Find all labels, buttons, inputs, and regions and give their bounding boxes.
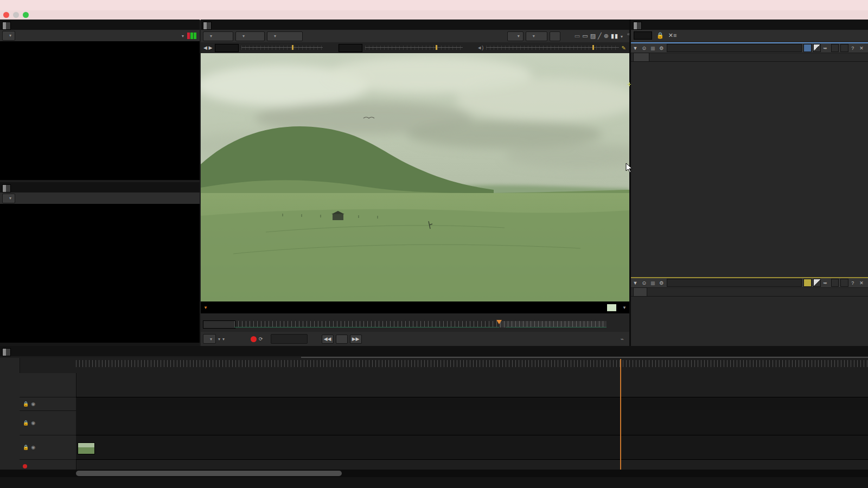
viewer-toolbar: ▾ ▾ ▾ ▾ ▾ ▭ ▭ ▨ ╱ ⊕ ▮▮ ▾: [201, 30, 629, 43]
waveform-viewer-select[interactable]: ▾: [2, 31, 15, 41]
waveform-mode-select[interactable]: ▾: [182, 33, 184, 38]
fps-select[interactable]: ▾: [203, 334, 216, 344]
center-node-icon[interactable]: ⊙: [640, 46, 648, 51]
panel-layout-icon[interactable]: [203, 22, 212, 30]
collapse-node-icon[interactable]: ▼: [631, 46, 640, 51]
track-header-anchor30v1[interactable]: 🔒 ◉: [20, 410, 76, 435]
proxy-level-select[interactable]: ◀ ▶: [203, 45, 212, 50]
volume-slider-icon[interactable]: ◄): [477, 45, 483, 50]
panel-splitter-handle[interactable]: «: [627, 31, 630, 37]
viewer-gain-slider[interactable]: [241, 44, 323, 51]
viewer-lut-select[interactable]: ▾: [267, 31, 303, 41]
lock-icon[interactable]: 🔒: [23, 445, 29, 450]
timewarp-tab[interactable]: [633, 287, 647, 297]
undo-icon[interactable]: [831, 279, 839, 287]
timeline-ruler[interactable]: [76, 360, 868, 367]
viewer-volume-slider[interactable]: [486, 44, 618, 51]
close-panel-icon[interactable]: ✕: [857, 46, 866, 51]
maximize-panel-icon[interactable]: [803, 279, 811, 287]
wipe-tool-icon[interactable]: ╱: [598, 33, 602, 40]
lock-icon[interactable]: 🔒: [23, 420, 29, 426]
float-panel-icon[interactable]: [813, 279, 821, 287]
loop-retime-icon[interactable]: ⟳: [259, 336, 263, 342]
export-knobs-icon[interactable]: ➥: [821, 46, 829, 51]
grade-node-name[interactable]: [667, 44, 802, 52]
record-button[interactable]: [251, 336, 257, 342]
clear-all-panels-icon[interactable]: ✕≡: [668, 32, 677, 39]
viewer-display-select[interactable]: ▾: [235, 31, 265, 41]
panel-layout-icon[interactable]: [2, 184, 11, 192]
panel-layout-icon[interactable]: [2, 348, 11, 356]
step-back-button[interactable]: ◀◀: [322, 335, 334, 344]
track-reference-lane[interactable]: [76, 435, 868, 460]
collapse-node-icon[interactable]: ▼: [631, 280, 640, 286]
record-indicator: [23, 464, 27, 468]
pause-updates-icon[interactable]: ▮▮: [611, 33, 618, 40]
visibility-icon[interactable]: ◉: [31, 445, 35, 450]
timeline-scrollbar[interactable]: [0, 470, 868, 477]
redo-icon[interactable]: [840, 44, 848, 52]
maximize-panel-icon[interactable]: [803, 44, 811, 52]
track-video3-lane[interactable]: [76, 397, 868, 411]
viewer-image[interactable]: [201, 53, 629, 301]
viewer-gamma-slider[interactable]: [365, 44, 463, 51]
float-panel-icon[interactable]: [813, 44, 821, 52]
visibility-icon[interactable]: ◉: [31, 401, 35, 407]
current-timecode[interactable]: [271, 334, 308, 344]
gamma-display-icon[interactable]: ▭: [582, 33, 588, 40]
status-expand-icon[interactable]: ▼: [203, 305, 208, 310]
step-forward-button[interactable]: ▶▶: [350, 335, 362, 344]
visibility-icon[interactable]: ◉: [31, 420, 35, 426]
max-panels-input[interactable]: [634, 31, 652, 40]
checker-background-icon[interactable]: ▨: [590, 33, 596, 40]
undo-icon[interactable]: [831, 44, 839, 52]
help-icon[interactable]: ?: [848, 280, 857, 286]
viewer-zoom-select[interactable]: ▾: [621, 33, 623, 39]
viewer-b-input-select[interactable]: [550, 31, 560, 41]
wrench-icon[interactable]: ⚙: [657, 280, 666, 286]
viewer-ab-mix-select[interactable]: ▾: [526, 31, 547, 41]
viewer-a-input-select[interactable]: ▾: [507, 31, 524, 41]
viewer-gain-input[interactable]: [215, 44, 239, 52]
node-color-icon[interactable]: ▩: [648, 46, 657, 51]
vectorscope-viewer-select[interactable]: ▾: [2, 194, 15, 203]
timeline-body: 🔒 ◉ 🔒 ◉ 🔒 ◉: [0, 358, 868, 488]
annotation-pen-icon[interactable]: ✎: [622, 45, 626, 51]
help-icon[interactable]: ?: [848, 46, 857, 51]
minimize-window-button[interactable]: [13, 12, 19, 18]
grade-tab[interactable]: [633, 53, 649, 62]
sync-mode-select[interactable]: ▾: [222, 336, 225, 342]
zoom-window-button[interactable]: [23, 12, 29, 18]
status-dropdown-icon[interactable]: ▼: [622, 305, 627, 310]
reference-clip-thumb[interactable]: [78, 442, 95, 454]
wrench-icon[interactable]: ⚙: [657, 46, 666, 51]
timeline-tools: [0, 358, 20, 470]
close-panel-icon[interactable]: ✕: [857, 280, 866, 286]
close-window-button[interactable]: [3, 12, 9, 18]
panel-layout-icon[interactable]: [633, 22, 642, 30]
viewer-ruler[interactable]: [234, 321, 607, 328]
roi-icon[interactable]: ⊕: [604, 33, 609, 40]
panel-layout-icon[interactable]: [2, 22, 11, 30]
timewarp-node-name[interactable]: [667, 279, 802, 287]
tc-mode-select[interactable]: ▾: [218, 336, 220, 342]
track-anchor30v1-lane[interactable]: [76, 410, 868, 435]
timeline-playhead[interactable]: [620, 359, 621, 470]
export-knobs-icon[interactable]: ➥: [821, 280, 829, 286]
center-node-icon[interactable]: ⊙: [640, 280, 648, 286]
scrollbar-thumb[interactable]: [76, 471, 342, 476]
apple-menu[interactable]: [0, 0, 11, 10]
frame-step-value[interactable]: [336, 335, 348, 344]
node-color-icon[interactable]: ▩: [648, 280, 657, 286]
viewer-playhead-marker[interactable]: [496, 320, 502, 324]
waveform-controls: ▾ ▾: [0, 30, 200, 42]
lock-panels-icon[interactable]: 🔒: [656, 32, 664, 39]
app-menu[interactable]: [11, 0, 22, 10]
lock-icon[interactable]: 🔒: [23, 401, 29, 407]
redo-icon[interactable]: [840, 279, 848, 287]
monitor-out-icon[interactable]: ▭: [575, 33, 580, 40]
track-header-reference[interactable]: 🔒 ◉: [20, 435, 76, 460]
viewer-channels-select[interactable]: ▾: [203, 31, 233, 41]
track-header-video3[interactable]: 🔒 ◉: [20, 397, 76, 411]
viewer-gamma-input[interactable]: [339, 44, 362, 52]
